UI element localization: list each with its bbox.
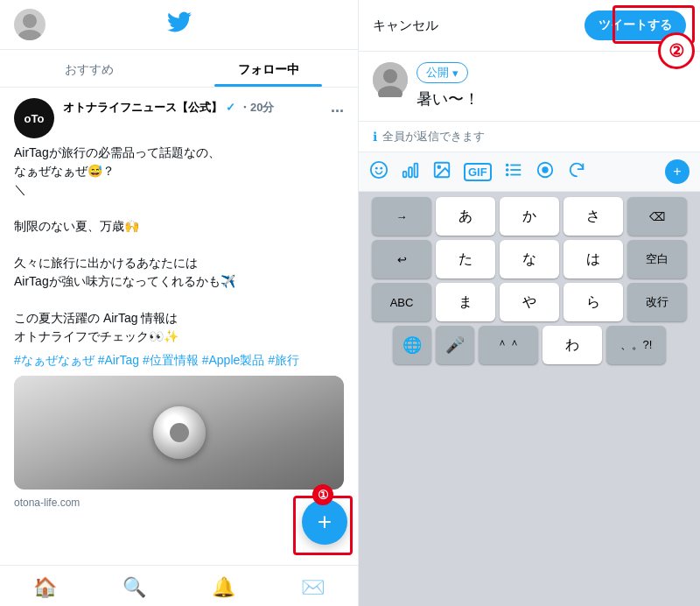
key-delete[interactable]: ⌫ [627, 197, 687, 236]
tweet-body: AirTagが旅行の必需品って話題なの、 なぁぜなぁぜ😅？ ＼ 制限のない夏、万… [14, 144, 344, 346]
tweet-source-link: otona-life.com [14, 497, 344, 509]
toolbar-plus-button[interactable]: + [665, 159, 690, 184]
list-icon[interactable] [504, 160, 523, 184]
tweet-submit-button[interactable]: ツイートする [584, 11, 686, 40]
key-punctuation[interactable]: 、。?! [606, 326, 666, 364]
left-panel: おすすめ フォロー中 oTo オトナライフニュース【公式】 ✓ ・20分 ...… [0, 0, 359, 606]
key-wa[interactable]: わ [542, 326, 602, 364]
keyboard-toolbar: GIF + [359, 152, 700, 192]
key-sa[interactable]: さ [564, 197, 623, 236]
nav-search[interactable]: 🔍 [89, 576, 178, 599]
svg-point-18 [506, 173, 508, 175]
left-header [0, 0, 358, 50]
gif-icon[interactable]: GIF [464, 163, 492, 181]
key-row-1: → あ か さ ⌫ [362, 197, 696, 236]
key-ta[interactable]: た [436, 240, 495, 278]
location-icon[interactable] [536, 160, 555, 184]
compose-right: 公開 ▾ 暑い〜！ [416, 62, 686, 110]
tweet-feed: oTo オトナライフニュース【公式】 ✓ ・20分 ... AirTagが旅行の… [0, 88, 358, 565]
key-space[interactable]: 空白 [627, 240, 687, 278]
svg-point-12 [438, 166, 440, 168]
key-mic[interactable]: 🎤 [436, 326, 474, 364]
svg-point-5 [371, 162, 387, 178]
user-avatar[interactable] [14, 9, 46, 40]
poll-icon[interactable] [401, 160, 420, 184]
svg-point-16 [506, 164, 508, 166]
tweet-image [14, 376, 344, 490]
key-abc[interactable]: ABC [372, 283, 431, 321]
compose-header: キャンセル ツイートする ② [359, 0, 700, 52]
key-return[interactable]: 改行 [627, 283, 687, 321]
key-globe[interactable]: 🌐 [393, 326, 431, 364]
key-ka[interactable]: か [500, 197, 559, 236]
emoji-icon[interactable] [369, 160, 388, 184]
bottom-nav: 🏠 🔍 🔔 ✉️ [0, 565, 358, 606]
tweet-more-btn[interactable]: ... [331, 98, 344, 116]
svg-point-1 [18, 30, 41, 40]
refresh-icon[interactable] [567, 160, 586, 184]
audience-selector[interactable]: 公開 ▾ [416, 62, 468, 83]
tab-following[interactable]: フォロー中 [179, 50, 359, 87]
tabs: おすすめ フォロー中 [0, 50, 358, 88]
nav-notifications[interactable]: 🔔 [179, 576, 269, 599]
nav-messages[interactable]: ✉️ [269, 576, 358, 599]
key-ra[interactable]: ら [564, 283, 623, 321]
twitter-logo [167, 10, 192, 39]
key-row-bottom: 🌐 🎤 ＾＾ わ 、。?! [362, 326, 696, 364]
svg-point-6 [375, 166, 378, 169]
right-panel: キャンセル ツイートする ② 公開 ▾ 暑い〜！ ℹ 全員が返信できます [359, 0, 700, 606]
key-ha[interactable]: は [564, 240, 623, 278]
tweet-header: oTo オトナライフニュース【公式】 ✓ ・20分 ... [14, 98, 344, 138]
image-icon[interactable] [432, 160, 452, 184]
key-ma[interactable]: ま [436, 283, 495, 321]
tweet-username: オトナライフニュース【公式】 [63, 100, 222, 116]
key-na[interactable]: な [500, 240, 559, 278]
svg-rect-10 [415, 163, 418, 177]
svg-point-0 [23, 14, 37, 28]
verified-icon: ✓ [226, 101, 235, 114]
svg-point-3 [383, 69, 397, 83]
svg-point-7 [380, 166, 382, 169]
svg-rect-8 [403, 172, 407, 177]
key-arrow[interactable]: → [372, 197, 431, 236]
info-icon: ℹ [373, 130, 377, 144]
nav-home[interactable]: 🏠 [0, 576, 89, 599]
chevron-down-icon: ▾ [452, 67, 458, 80]
svg-point-20 [542, 167, 548, 173]
key-row-2: ↩ た な は 空白 [362, 240, 696, 278]
svg-rect-9 [409, 167, 412, 177]
compose-body: 公開 ▾ 暑い〜！ [359, 52, 700, 121]
key-dakuten[interactable]: ＾＾ [479, 326, 538, 364]
tweet-account-logo: oTo [14, 98, 54, 138]
key-undo[interactable]: ↩ [372, 240, 431, 278]
key-a[interactable]: あ [436, 197, 495, 236]
key-ya[interactable]: や [500, 283, 559, 321]
japanese-keyboard: → あ か さ ⌫ ↩ た な は 空白 ABC ま や ら 改行 🌐 🎤 ＾＾… [359, 192, 700, 606]
compose-avatar [373, 62, 408, 97]
tweet-time: ・20分 [239, 100, 274, 116]
tab-recommended[interactable]: おすすめ [0, 50, 179, 87]
cancel-button[interactable]: キャンセル [373, 18, 438, 34]
tweet-hashtags: #なぁぜなぁぜ #AirTag #位置情報 #Apple製品 #旅行 [14, 353, 344, 369]
key-row-3: ABC ま や ら 改行 [362, 283, 696, 321]
tweet-name-row: オトナライフニュース【公式】 ✓ ・20分 ... [63, 98, 344, 116]
svg-point-17 [506, 169, 508, 171]
tweet-user-info: オトナライフニュース【公式】 ✓ ・20分 ... [63, 98, 344, 116]
compose-text[interactable]: 暑い〜！ [416, 88, 686, 110]
reply-notice: ℹ 全員が返信できます [359, 121, 700, 152]
compose-fab-button[interactable]: + [302, 499, 347, 545]
